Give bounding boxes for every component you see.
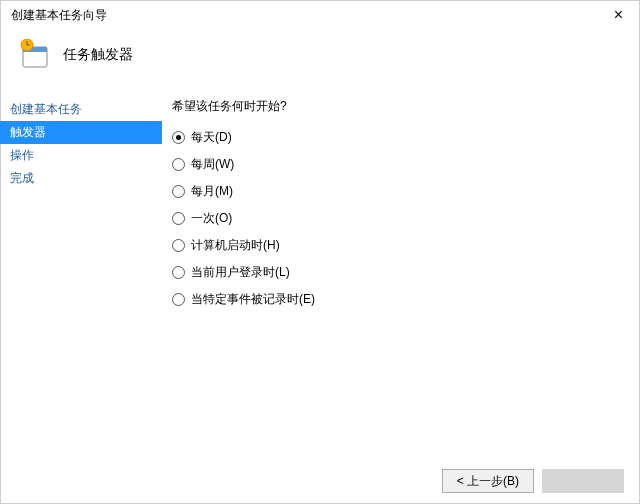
radio-label: 每周(W): [191, 156, 234, 173]
content-panel: 希望该任务何时开始? 每天(D) 每周(W) 每月(M) 一次(O) 计算机启动…: [162, 94, 640, 458]
header-title: 任务触发器: [63, 46, 133, 64]
radio-icon: [172, 185, 185, 198]
radio-label: 当前用户登录时(L): [191, 264, 290, 281]
radio-option-weekly[interactable]: 每周(W): [172, 156, 630, 173]
radio-icon: [172, 212, 185, 225]
task-scheduler-icon: [19, 39, 51, 71]
footer: < 上一步(B): [0, 458, 640, 504]
prompt-text: 希望该任务何时开始?: [172, 98, 630, 115]
sidebar-item-trigger[interactable]: 触发器: [0, 121, 162, 144]
back-button[interactable]: < 上一步(B): [442, 469, 534, 493]
radio-option-monthly[interactable]: 每月(M): [172, 183, 630, 200]
radio-icon: [172, 131, 185, 144]
radio-option-user-logon[interactable]: 当前用户登录时(L): [172, 264, 630, 281]
radio-icon: [172, 239, 185, 252]
radio-label: 每天(D): [191, 129, 232, 146]
sidebar-item-create-basic-task[interactable]: 创建基本任务: [0, 98, 162, 121]
radio-icon: [172, 266, 185, 279]
radio-option-event-logged[interactable]: 当特定事件被记录时(E): [172, 291, 630, 308]
radio-label: 每月(M): [191, 183, 233, 200]
wizard-body: 创建基本任务 触发器 操作 完成 希望该任务何时开始? 每天(D) 每周(W) …: [0, 94, 640, 458]
radio-icon: [172, 293, 185, 306]
radio-label: 一次(O): [191, 210, 232, 227]
sidebar-item-finish[interactable]: 完成: [0, 167, 162, 190]
titlebar: 创建基本任务向导 ×: [1, 1, 639, 29]
wizard-header: 任务触发器: [1, 29, 639, 87]
sidebar: 创建基本任务 触发器 操作 完成: [0, 94, 162, 458]
close-icon[interactable]: ×: [608, 5, 629, 25]
radio-option-computer-start[interactable]: 计算机启动时(H): [172, 237, 630, 254]
sidebar-item-action[interactable]: 操作: [0, 144, 162, 167]
radio-label: 计算机启动时(H): [191, 237, 280, 254]
radio-label: 当特定事件被记录时(E): [191, 291, 315, 308]
window-title: 创建基本任务向导: [11, 7, 107, 24]
radio-option-once[interactable]: 一次(O): [172, 210, 630, 227]
radio-icon: [172, 158, 185, 171]
radio-option-daily[interactable]: 每天(D): [172, 129, 630, 146]
next-button-obscured[interactable]: [542, 469, 624, 493]
